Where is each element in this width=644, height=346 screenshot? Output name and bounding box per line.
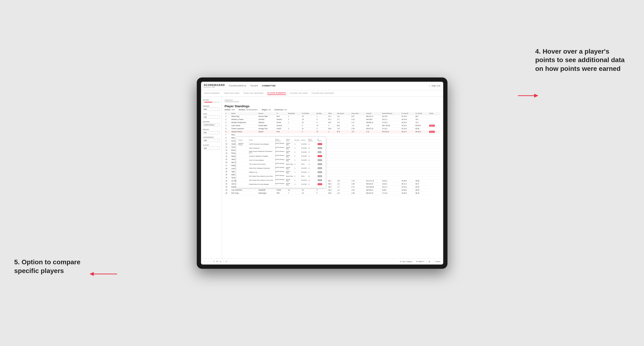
nav-right: | Sign out bbox=[429, 85, 440, 87]
table-cell bbox=[414, 149, 428, 152]
table-cell bbox=[401, 152, 414, 155]
points-badge[interactable]: 58.18 bbox=[429, 131, 435, 133]
table-cell: 20 bbox=[225, 173, 230, 176]
region-select[interactable]: N/A bbox=[203, 131, 220, 134]
table-cell bbox=[381, 146, 401, 149]
table-cell: 2 bbox=[327, 124, 336, 127]
popup-cell: 3 bbox=[294, 166, 300, 170]
table-cell bbox=[350, 136, 365, 139]
table-cell: 1.47 bbox=[350, 121, 365, 124]
table-cell bbox=[350, 139, 365, 142]
table-row[interactable]: 7Nichi... bbox=[225, 133, 440, 136]
table-row[interactable]: 2Michael La SassoOle MissSecond118067.1-… bbox=[225, 118, 440, 121]
filter-gender-value: Men bbox=[232, 109, 235, 111]
table-cell bbox=[365, 136, 381, 139]
table-cell bbox=[401, 155, 414, 158]
th-vs-top50: Vs Top 50 bbox=[414, 112, 428, 115]
table-cell: 27-10-3 bbox=[381, 121, 401, 124]
table-cell bbox=[336, 173, 350, 176]
player-select[interactable]: (All) bbox=[203, 147, 220, 150]
table-cell bbox=[428, 167, 440, 170]
toolbar-clock[interactable]: ⏱ bbox=[226, 261, 227, 262]
popup-cell: Stroke Play bbox=[285, 142, 294, 146]
table-cell: 38.95 bbox=[414, 188, 428, 191]
popup-cell: 66.40 bbox=[317, 182, 324, 186]
popup-cell: NULL bbox=[300, 174, 308, 178]
nav-links: TOURNAMENTS TEAMS COMMITTEE bbox=[229, 85, 429, 87]
toolbar-back[interactable]: ← bbox=[204, 261, 206, 262]
gender-select[interactable]: Men bbox=[203, 108, 220, 111]
table-cell: 14-20-1 bbox=[381, 182, 401, 185]
year-select[interactable]: (All) bbox=[203, 116, 220, 119]
sign-out-link[interactable]: Sign out bbox=[432, 85, 440, 87]
table-cell: 13 bbox=[225, 152, 230, 155]
table-row[interactable]: 26Petr HrubyWashingtonFifth723068.6-1.81… bbox=[225, 191, 440, 195]
subnav-team-h2h-grid[interactable]: TEAM H2H GRID bbox=[224, 92, 240, 95]
table-cell: 29-38-2 bbox=[401, 179, 414, 182]
popup-cell: +0 bbox=[308, 174, 317, 178]
popup-cell: 3 bbox=[294, 146, 300, 150]
share-icon: ⤴ bbox=[434, 261, 436, 262]
event-popup: Player Event Event Division Event Type R… bbox=[236, 137, 326, 188]
th-rank: # bbox=[225, 112, 230, 115]
watch-btn[interactable]: 👁 Watch ▾ bbox=[416, 260, 424, 263]
update-time-label: Update time: bbox=[225, 99, 239, 101]
table-cell bbox=[428, 173, 440, 176]
conference-select[interactable]: (All) bbox=[203, 139, 220, 142]
nav-tournaments[interactable]: TOURNAMENTS bbox=[229, 85, 246, 87]
table-row[interactable]: 3Michael ThorbjornsenStanfordFourth12106… bbox=[225, 121, 440, 124]
table-cell: 68.0 bbox=[327, 127, 336, 130]
toolbar-dots[interactable]: ••• bbox=[220, 261, 221, 262]
table-cell: 21 bbox=[225, 176, 230, 179]
table-row[interactable]: 6Jackson KoivunAuburnFirst-227167.5-2.02… bbox=[225, 130, 440, 133]
table-cell bbox=[381, 170, 401, 173]
subnav-player-h2h-heatmap[interactable]: PLAYER H2H HEATMAP bbox=[312, 92, 334, 95]
table-row[interactable]: 1Wenyi DingArizona StateFirst115167.1-3.… bbox=[225, 115, 440, 118]
popup-cell: PLAYED bbox=[300, 178, 308, 182]
toolbar-forward[interactable]: → bbox=[208, 261, 209, 262]
table-cell bbox=[428, 158, 440, 161]
table-cell bbox=[414, 164, 428, 167]
share-btn[interactable]: ⤴ Share bbox=[434, 260, 440, 263]
table-cell bbox=[365, 176, 381, 179]
table-cell bbox=[381, 167, 401, 170]
table-cell: 16 bbox=[225, 161, 230, 164]
subnav-player-summary[interactable]: PLAYER SUMMARY bbox=[267, 92, 286, 95]
table-cell bbox=[327, 142, 336, 146]
table-cell bbox=[381, 136, 401, 139]
toolbar-icon1[interactable]: 📊 bbox=[428, 260, 430, 263]
popup-th-rank-impact: Rank Impact bbox=[308, 138, 317, 142]
popup-cell: +0 bbox=[308, 158, 317, 162]
points-badge[interactable]: 68.54 bbox=[429, 125, 435, 127]
popup-cell: NCAA Division I bbox=[274, 174, 285, 178]
toolbar-copy[interactable]: ⊞ bbox=[216, 261, 218, 262]
table-cell bbox=[401, 142, 414, 146]
toolbar-refresh[interactable]: ↺ bbox=[213, 261, 214, 262]
table-cell bbox=[381, 158, 401, 161]
table-cell: Christo Lamprecht bbox=[230, 127, 258, 130]
table-row[interactable]: 5Christo LamprechtGeorgia TechFourth2212… bbox=[225, 127, 440, 130]
nav-committee[interactable]: COMMITTEE bbox=[262, 85, 276, 87]
view-original-btn[interactable]: 👁 View: Original bbox=[400, 260, 412, 263]
logo-title: SCOREBOARD bbox=[204, 84, 225, 86]
filter-division: Division: NCAA Division I bbox=[239, 109, 258, 111]
table-cell bbox=[350, 167, 365, 170]
table-cell: -3.2 bbox=[336, 115, 350, 118]
division-select[interactable]: NCAA Division I bbox=[203, 123, 220, 126]
table-cell: 14 bbox=[225, 155, 230, 158]
table-row[interactable]: 25Cole SherwoodVanderbiltFourth1223069.9… bbox=[225, 188, 440, 191]
popup-cell: 3 bbox=[294, 162, 300, 166]
nav-teams[interactable]: TEAMS bbox=[250, 85, 258, 87]
popup-cell: Stroke Play bbox=[285, 150, 294, 154]
table-row[interactable]: 4Luke ClantonFlorida StateSecond-527268.… bbox=[225, 124, 440, 127]
table-cell bbox=[336, 152, 350, 155]
popup-cell: NCAA Division I bbox=[274, 154, 285, 158]
subnav-team-h2h-heatmap[interactable]: TEAM H2H HEATMAP bbox=[243, 92, 264, 95]
table-cell bbox=[401, 158, 414, 161]
no-rds-slider[interactable] bbox=[204, 102, 217, 103]
subnav-team-summary[interactable]: TEAM SUMMARY bbox=[204, 92, 220, 95]
table-cell bbox=[327, 155, 336, 158]
tablet-device: SCOREBOARD Powered by clippi TOURNAMENTS… bbox=[197, 77, 448, 269]
subnav-player-h2h-grid[interactable]: PLAYER H2H GRID bbox=[290, 92, 308, 95]
table-cell: 18 bbox=[301, 118, 316, 121]
